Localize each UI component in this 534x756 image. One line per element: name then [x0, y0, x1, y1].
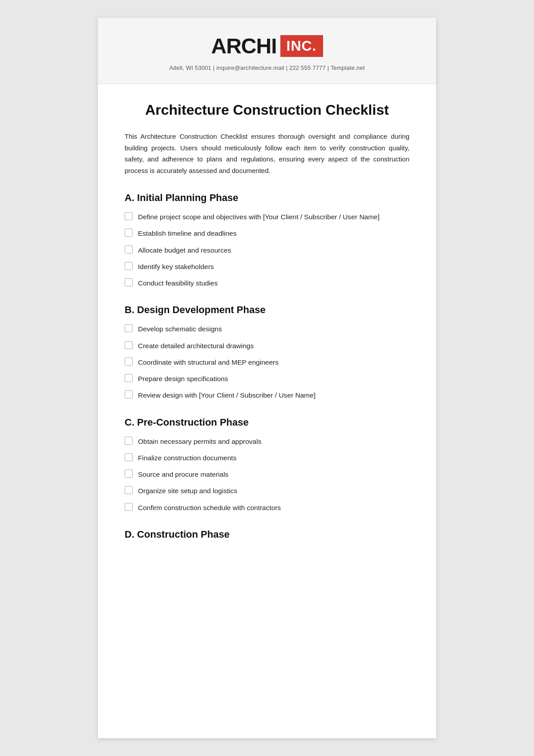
checkbox-icon[interactable] [125, 358, 133, 366]
checkbox-icon[interactable] [125, 324, 133, 332]
section-a-checklist: Define project scope and objectives with… [125, 212, 409, 288]
item-label: Review design with [Your Client / Subscr… [138, 390, 316, 400]
section-a-title: A. Initial Planning Phase [125, 192, 409, 204]
header: ΑRCHI INC. Adell, WI 53001 | inquire@arc… [98, 18, 436, 84]
logo-archi-text: ΑRCHI [211, 34, 277, 58]
checkbox-icon[interactable] [125, 229, 133, 237]
list-item: Create detailed architectural drawings [125, 341, 409, 351]
item-label: Create detailed architectural drawings [138, 341, 254, 351]
section-d: D. Construction Phase [125, 529, 409, 540]
item-label: Conduct feasibility studies [138, 278, 218, 288]
section-c: C. Pre-Construction Phase Obtain necessa… [125, 417, 409, 513]
checkbox-icon[interactable] [125, 245, 133, 253]
list-item: Finalize construction documents [125, 453, 409, 463]
checkbox-icon[interactable] [125, 262, 133, 270]
section-c-checklist: Obtain necessary permits and approvals F… [125, 436, 409, 513]
item-label: Confirm construction schedule with contr… [138, 503, 281, 513]
list-item: Allocate budget and resources [125, 245, 409, 255]
list-item: Identify key stakeholders [125, 261, 409, 272]
main-content: Architecture Construction Checklist This… [98, 84, 436, 574]
checkbox-icon[interactable] [125, 212, 133, 220]
item-label: Prepare design specifications [138, 374, 228, 384]
list-item: Prepare design specifications [125, 374, 409, 384]
list-item: Establish timeline and deadlines [125, 228, 409, 238]
list-item: Source and procure materials [125, 469, 409, 479]
item-label: Develop schematic designs [138, 324, 222, 334]
section-b-title: B. Design Development Phase [125, 304, 409, 316]
checkbox-icon[interactable] [125, 374, 133, 382]
item-label: Coordinate with structural and MEP engin… [138, 357, 279, 367]
list-item: Develop schematic designs [125, 324, 409, 334]
logo-inc-badge: INC. [280, 35, 323, 57]
item-label: Allocate budget and resources [138, 245, 231, 255]
item-label: Organize site setup and logistics [138, 486, 237, 496]
section-d-title: D. Construction Phase [125, 529, 409, 540]
list-item: Review design with [Your Client / Subscr… [125, 390, 409, 400]
list-item: Confirm construction schedule with contr… [125, 503, 409, 513]
checkbox-icon[interactable] [125, 470, 133, 478]
item-label: Establish timeline and deadlines [138, 228, 236, 238]
list-item: Coordinate with structural and MEP engin… [125, 357, 409, 367]
list-item: Define project scope and objectives with… [125, 212, 409, 222]
contact-info: Adell, WI 53001 | inquire@architecture.m… [116, 64, 418, 71]
item-label: Finalize construction documents [138, 453, 236, 463]
checkbox-icon[interactable] [125, 341, 133, 349]
item-label: Source and procure materials [138, 469, 228, 479]
document-title: Architecture Construction Checklist [125, 102, 409, 118]
checkbox-icon[interactable] [125, 453, 133, 461]
section-a: A. Initial Planning Phase Define project… [125, 192, 409, 288]
checkbox-icon[interactable] [125, 503, 133, 511]
logo-area: ΑRCHI INC. [116, 34, 418, 58]
item-label: Obtain necessary permits and approvals [138, 436, 261, 446]
checkbox-icon[interactable] [125, 486, 133, 494]
list-item: Obtain necessary permits and approvals [125, 436, 409, 446]
document-page: ΑRCHI INC. Adell, WI 53001 | inquire@arc… [98, 18, 436, 738]
section-b: B. Design Development Phase Develop sche… [125, 304, 409, 400]
list-item: Organize site setup and logistics [125, 486, 409, 496]
section-b-checklist: Develop schematic designs Create detaile… [125, 324, 409, 400]
checkbox-icon[interactable] [125, 437, 133, 445]
checkbox-icon[interactable] [125, 278, 133, 286]
checkbox-icon[interactable] [125, 390, 133, 398]
intro-paragraph: This Architecture Construction Checklist… [125, 131, 409, 176]
section-c-title: C. Pre-Construction Phase [125, 417, 409, 428]
list-item: Conduct feasibility studies [125, 278, 409, 288]
item-label: Identify key stakeholders [138, 261, 214, 272]
item-label: Define project scope and objectives with… [138, 212, 380, 222]
